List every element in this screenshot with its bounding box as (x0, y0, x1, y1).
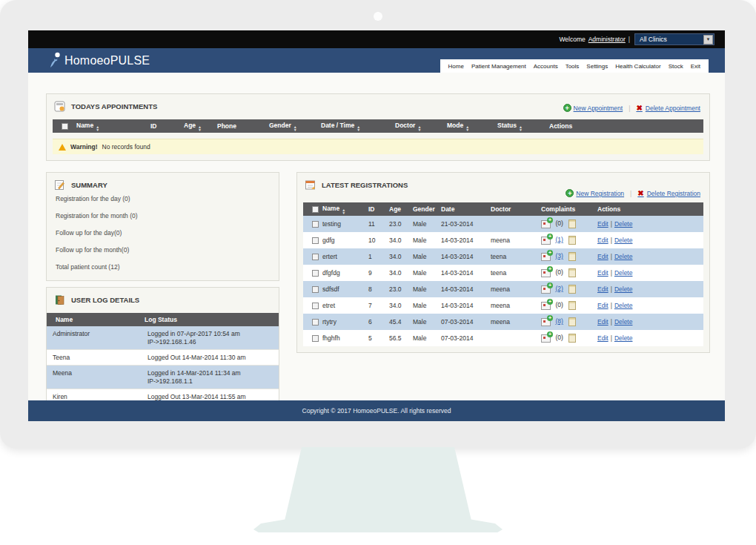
row-actions: Edit|Delete (594, 265, 703, 281)
nav-item[interactable]: Health Calculator (611, 63, 664, 70)
delete-link[interactable]: Delete (614, 253, 633, 260)
case-notes-icon[interactable] (568, 268, 576, 277)
column-header[interactable]: Doctor▲▼ (488, 202, 538, 216)
column-header[interactable]: Age▲▼ (386, 202, 410, 216)
add-complaint-icon[interactable] (541, 269, 551, 277)
column-header[interactable]: Actions▲▼ (594, 202, 703, 216)
nav-item[interactable]: Patient Management (468, 63, 530, 70)
nav-item[interactable]: Tools (562, 63, 583, 70)
row-checkbox[interactable] (312, 319, 319, 326)
column-header[interactable]: Name▲▼ (319, 202, 365, 216)
edit-link[interactable]: Edit (597, 237, 609, 244)
row-checkbox[interactable] (312, 237, 319, 244)
delete-link[interactable]: Delete (614, 285, 633, 293)
add-complaint-icon[interactable] (541, 237, 551, 245)
row-checkbox[interactable] (312, 335, 319, 342)
case-notes-icon[interactable] (568, 301, 576, 310)
row-actions: Edit|Delete (594, 232, 703, 248)
add-complaint-icon[interactable] (541, 253, 551, 261)
column-header[interactable]: Mode▲▼ (444, 119, 494, 133)
edit-link[interactable]: Edit (597, 318, 609, 326)
column-header[interactable]: Phone▲▼ (214, 119, 266, 133)
column-header[interactable]: Gender▲▼ (410, 202, 438, 216)
doctor-name: teena (488, 248, 538, 265)
sort-icon[interactable]: ▲▼ (198, 125, 202, 131)
complaints-count[interactable]: (3) (555, 252, 563, 260)
add-complaint-icon[interactable] (541, 302, 551, 310)
delete-link[interactable]: Delete (614, 318, 633, 326)
log-status: Logged in 14-Mar-2014 11:34 amIP->192.16… (142, 366, 279, 389)
delete-link[interactable]: Delete (614, 220, 633, 228)
delete-link[interactable]: Delete (614, 334, 633, 342)
sort-icon[interactable]: ▲▼ (294, 125, 297, 131)
add-complaint-icon[interactable] (541, 334, 551, 343)
column-header[interactable]: Doctor▲▼ (392, 119, 444, 133)
edit-link[interactable]: Edit (597, 220, 609, 228)
select-all-header[interactable] (303, 202, 319, 216)
complaints-count[interactable]: (1) (555, 236, 563, 243)
sort-icon[interactable]: ▲▼ (342, 208, 345, 214)
add-complaint-icon[interactable] (541, 285, 551, 294)
column-header[interactable]: Status▲▼ (494, 119, 546, 133)
registration-date: 07-03-2014 (438, 314, 488, 330)
sort-icon[interactable]: ▲▼ (96, 125, 99, 131)
app-logo: HomoeoPULSE (47, 52, 150, 70)
add-complaint-icon[interactable] (541, 220, 551, 228)
username-link[interactable]: Administrator (588, 36, 626, 43)
delete-link[interactable]: Delete (614, 237, 633, 244)
delete-appointment-link[interactable]: ✖Delete Appointment (636, 104, 700, 112)
select-all-checkbox[interactable] (312, 206, 319, 213)
registration-date: 14-03-2014 (438, 265, 488, 281)
row-checkbox[interactable] (312, 254, 319, 260)
case-notes-icon[interactable] (568, 219, 576, 228)
case-notes-icon[interactable] (568, 236, 576, 245)
edit-link[interactable]: Edit (597, 253, 609, 260)
case-notes-icon[interactable] (568, 334, 576, 343)
complaints-count[interactable]: (0) (555, 334, 563, 341)
delete-registration-link[interactable]: ✖Delete Registration (637, 189, 700, 197)
delete-link[interactable]: Delete (614, 302, 633, 309)
complaints-count[interactable]: (0) (555, 301, 563, 308)
nav-item[interactable]: Home (445, 63, 468, 70)
nav-item[interactable]: Settings (583, 63, 611, 70)
column-header[interactable]: Date▲▼ (438, 202, 488, 216)
sort-icon[interactable]: ▲▼ (417, 125, 421, 131)
column-header[interactable]: Complaints▲▼ (538, 202, 594, 216)
complaints-count[interactable]: (0) (555, 268, 563, 276)
edit-link[interactable]: Edit (597, 302, 609, 309)
column-header[interactable]: Age▲▼ (181, 119, 214, 133)
nav-item[interactable]: Stock (665, 63, 687, 70)
new-registration-link[interactable]: +New Registration (566, 189, 624, 197)
column-header[interactable]: ID▲▼ (365, 202, 386, 216)
new-appointment-link[interactable]: +New Appointment (563, 104, 623, 112)
complaints-count[interactable]: (0) (555, 219, 563, 227)
sort-icon[interactable]: ▲▼ (357, 125, 360, 131)
chevron-down-icon[interactable]: ▼ (703, 35, 713, 44)
add-complaint-icon[interactable] (541, 318, 551, 326)
column-header[interactable]: Date / Time▲▼ (318, 119, 392, 133)
row-checkbox[interactable] (312, 221, 319, 228)
case-notes-icon[interactable] (568, 317, 576, 326)
nav-item[interactable]: Accounts (530, 63, 562, 70)
clinic-select[interactable]: All Clinics ▼ (634, 33, 714, 45)
edit-link[interactable]: Edit (597, 334, 609, 342)
column-header[interactable]: Actions▲▼ (546, 119, 703, 133)
complaints-count[interactable]: (8) (555, 317, 563, 325)
column-header[interactable]: Gender▲▼ (266, 119, 318, 133)
delete-link[interactable]: Delete (614, 269, 633, 277)
column-header[interactable]: Name▲▼ (73, 119, 147, 133)
sort-icon[interactable]: ▲▼ (519, 125, 523, 131)
row-checkbox[interactable] (312, 286, 319, 293)
complaints-count[interactable]: (2) (555, 285, 563, 292)
row-checkbox[interactable] (312, 303, 319, 309)
select-all-header[interactable] (53, 119, 73, 133)
column-header[interactable]: ID▲▼ (147, 119, 181, 133)
case-notes-icon[interactable] (568, 285, 576, 294)
case-notes-icon[interactable] (568, 252, 576, 261)
row-checkbox[interactable] (312, 270, 319, 277)
sort-icon[interactable]: ▲▼ (465, 125, 469, 131)
nav-item[interactable]: Exit (687, 63, 704, 70)
edit-link[interactable]: Edit (597, 269, 609, 277)
select-all-checkbox[interactable] (62, 123, 68, 130)
edit-link[interactable]: Edit (597, 285, 609, 293)
